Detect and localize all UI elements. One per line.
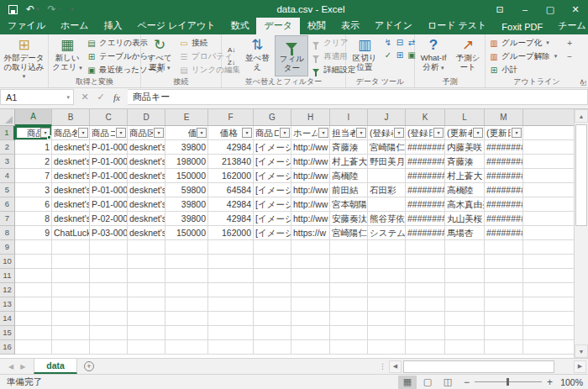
text-to-columns-button[interactable]: ▥ 区切り位置 [348,35,381,76]
cell-K11[interactable] [406,269,445,283]
cell-F11[interactable] [208,269,254,283]
tab-review[interactable]: 校閲 [300,18,333,34]
cell-K14[interactable] [406,312,445,326]
cell-A3[interactable]: 2 [15,155,52,169]
row-header-14[interactable]: 14 [0,312,15,326]
scroll-right-button[interactable]: ▶ [574,360,586,373]
cell-B13[interactable] [52,297,90,312]
cell-E12[interactable] [165,283,208,297]
cell-G12[interactable] [254,283,291,297]
cell-C1[interactable]: 商品コー▾ [90,126,128,140]
cell-F12[interactable] [208,283,254,297]
zoom-in-button[interactable]: + [547,376,553,388]
cell-L1[interactable]: (更新者▾ [445,126,485,140]
row-header-2[interactable]: 2 [0,140,15,155]
cancel-formula-button[interactable]: ✕ [77,92,92,103]
cell-H9[interactable] [291,240,330,255]
tab-insert[interactable]: 挿入 [97,18,130,34]
row-header-3[interactable]: 3 [0,155,15,169]
restore-button[interactable]: ▢ [538,0,563,18]
page-layout-view-button[interactable]: ▢ [418,376,437,389]
cell-C3[interactable]: P-01-0002 [90,155,128,169]
column-header-K[interactable]: K [406,109,445,126]
cell-L15[interactable] [445,326,485,340]
horizontal-scroll-track[interactable] [402,360,574,373]
cell-F3[interactable]: 213840 [208,155,254,169]
what-if-analysis-button[interactable]: ? What-If 分析 ▾ [417,35,450,76]
row-header-9[interactable]: 9 [0,240,15,255]
cell-E15[interactable] [165,326,208,340]
new-query-button[interactable]: ▦ 新しいクエリ ▾ [50,35,84,76]
cell-B1[interactable]: 商品名▾ [52,126,90,140]
cell-H1[interactable]: ホームペ▾ [291,126,330,140]
cell-C9[interactable] [90,240,128,255]
cell-F10[interactable] [208,255,254,269]
cell-F6[interactable]: 42984 [208,197,254,212]
cell-H14[interactable] [291,312,330,326]
column-header-D[interactable]: D [128,109,165,126]
cell-B16[interactable] [52,340,90,355]
filter-dropdown-G[interactable]: ▾ [280,128,290,138]
cell-E7[interactable]: 39800 [165,212,208,226]
cell-I4[interactable]: 高橋陸 [330,169,368,183]
row-header-8[interactable]: 8 [0,226,15,240]
cell-M16[interactable] [485,340,523,355]
cell-B12[interactable] [52,283,90,297]
remove-duplicates-icon[interactable]: ⊟ [394,38,406,50]
scroll-left-button[interactable]: ◀ [389,360,402,373]
ungroup-button[interactable]: ▥グループ解除▾ [487,50,559,63]
row-header-1[interactable]: 1 [0,126,15,140]
cell-B3[interactable]: desknet's [52,155,90,169]
fill-handle[interactable] [47,135,51,139]
cell-H7[interactable]: http://ww [291,212,330,226]
cell-A10[interactable] [15,255,52,269]
cell-D13[interactable] [128,297,165,312]
cell-H3[interactable]: http://ww [291,155,330,169]
close-button[interactable]: ✕ [563,0,588,18]
column-header-M[interactable]: M [485,109,523,126]
column-header-C[interactable]: C [90,109,128,126]
cell-A4[interactable]: 7 [15,169,52,183]
get-external-data-button[interactable]: ⊞ 外部データの取り込み ▾ [2,35,46,81]
cell-L11[interactable] [445,269,485,283]
cell-M3[interactable]: ######## [485,155,523,169]
data-validation-icon[interactable]: ✓ [382,50,394,63]
row-header-6[interactable]: 6 [0,197,15,212]
cell-B10[interactable] [52,255,90,269]
cell-G4[interactable]: [イメージ [254,169,291,183]
cell-G7[interactable]: [イメージ [254,212,291,226]
cell-E5[interactable]: 59800 [165,183,208,197]
cell-C12[interactable] [90,283,128,297]
cell-J2[interactable]: 宮崎陽仁 [368,140,406,155]
cell-E4[interactable]: 150000 [165,169,208,183]
cell-B5[interactable]: desknet's [52,183,90,197]
cell-J12[interactable] [368,283,406,297]
cell-C6[interactable]: P-01-0006 [90,197,128,212]
cell-G14[interactable] [254,312,291,326]
cell-I9[interactable] [330,240,368,255]
cell-L12[interactable] [445,283,485,297]
collapse-ribbon-button[interactable]: ∧ [579,77,585,86]
cell-I8[interactable]: 宮崎陽仁 [330,226,368,240]
cell-L4[interactable]: 村上蒼大 [445,169,485,183]
cell-J16[interactable] [368,340,406,355]
cell-L5[interactable]: 高橋陸 [445,183,485,197]
filter-dropdown-I[interactable]: ▾ [356,128,366,138]
new-sheet-button[interactable]: + [77,359,101,374]
cell-D11[interactable] [128,269,165,283]
filter-button-ribbon[interactable]: フィルター [275,35,308,76]
cell-G2[interactable]: [イメージ [254,140,291,155]
scroll-up-button[interactable]: ▲ [575,109,588,123]
cell-L8[interactable]: 馬場杏 [445,226,485,240]
filter-dropdown-E[interactable]: ▾ [197,128,207,138]
subtotal-button[interactable]: ⊞小計 [487,63,559,76]
cell-M15[interactable] [485,326,523,340]
cell-B8[interactable]: ChatLuck [52,226,90,240]
zoom-out-button[interactable]: − [464,376,470,388]
row-header-16[interactable]: 16 [0,340,15,355]
column-header-B[interactable]: B [52,109,90,126]
consolidate-icon[interactable]: ⊞ [394,50,406,63]
insert-function-button[interactable]: fx [109,92,124,103]
filter-dropdown-F[interactable]: ▾ [242,128,252,138]
cell-F13[interactable] [208,297,254,312]
